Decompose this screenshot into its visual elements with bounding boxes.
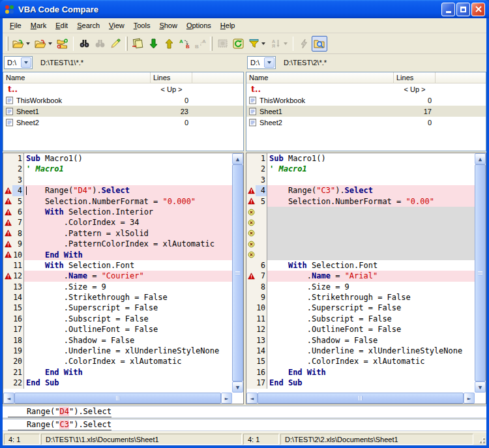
code-line[interactable]: 16 .Subscript = False xyxy=(3,314,232,324)
scrollbar-thumb[interactable] xyxy=(14,393,221,404)
open-left-dropdown-icon[interactable] xyxy=(26,42,30,45)
code-line[interactable] xyxy=(246,239,475,249)
menu-item-options[interactable]: Options xyxy=(182,20,216,31)
code-text[interactable]: ' Macro1 xyxy=(24,164,232,174)
code-text[interactable] xyxy=(267,250,475,260)
code-text[interactable]: .Subscript = False xyxy=(24,314,232,324)
list-item[interactable]: ThisWorkbook0 xyxy=(246,95,486,106)
column-header-lines[interactable]: Lines xyxy=(151,72,192,83)
code-line[interactable]: 13 .Size = 9 xyxy=(3,282,232,292)
compare-folders-button[interactable] xyxy=(55,36,70,52)
list-item[interactable]: Sheet123 xyxy=(3,106,243,117)
toolbar-grip[interactable] xyxy=(6,37,8,51)
code-line[interactable]: 3 xyxy=(3,175,232,185)
right-vertical-scrollbar[interactable]: ▲ ▼ xyxy=(475,153,486,393)
find-button[interactable] xyxy=(76,36,92,52)
menu-item-file[interactable]: File xyxy=(5,20,26,31)
scrollbar-thumb[interactable] xyxy=(258,393,464,404)
code-line[interactable]: 22End Sub xyxy=(3,378,232,388)
code-line[interactable]: 7 .Name = "Arial" xyxy=(246,271,475,281)
code-text[interactable]: .Subscript = False xyxy=(267,314,475,324)
column-header-lines[interactable]: Lines xyxy=(394,72,436,83)
filter-dropdown-icon[interactable] xyxy=(261,42,265,45)
right-horizontal-scrollbar[interactable]: ◄ ► xyxy=(246,393,475,404)
left-vertical-scrollbar[interactable]: ▲ ▼ xyxy=(232,153,243,393)
code-line[interactable]: 4 Range("D4").Select xyxy=(3,185,232,196)
code-line[interactable]: 9 .PatternColorIndex = xlAutomatic xyxy=(3,239,232,249)
left-horizontal-scrollbar[interactable]: ◄ ► xyxy=(3,393,232,404)
column-header-name[interactable]: Name xyxy=(246,72,394,83)
copy-a-to-b-button[interactable]: A B xyxy=(177,36,192,52)
code-line[interactable]: 14 .Underline = xlUnderlineStyleNone xyxy=(246,346,475,356)
code-line[interactable]: 4 Range("C3").Select xyxy=(246,185,475,196)
scroll-up-icon[interactable]: ▲ xyxy=(232,153,243,164)
edit-button[interactable] xyxy=(108,36,123,52)
column-header-name[interactable]: Name xyxy=(3,72,151,83)
open-left-folder-button[interactable] xyxy=(10,36,26,52)
code-line[interactable]: 10 End With xyxy=(3,250,232,260)
sort-dropdown-icon-disabled[interactable] xyxy=(284,42,288,45)
code-line[interactable]: 17End Sub xyxy=(246,378,475,388)
scroll-left-icon[interactable]: ◄ xyxy=(3,393,14,404)
code-line[interactable]: 20 .ColorIndex = xlAutomatic xyxy=(3,356,232,366)
menu-item-mark[interactable]: Mark xyxy=(26,20,51,31)
code-line[interactable]: 15 .ColorIndex = xlAutomatic xyxy=(246,356,475,366)
menu-item-view[interactable]: View xyxy=(104,20,129,31)
code-text[interactable]: End With xyxy=(24,250,232,260)
code-text[interactable]: .Shadow = False xyxy=(267,335,475,346)
find-next-button-disabled[interactable] xyxy=(92,36,108,52)
column-header-extra[interactable] xyxy=(192,72,243,83)
code-text[interactable]: .ColorIndex = xlAutomatic xyxy=(24,356,232,366)
code-text[interactable]: ' Macro1 xyxy=(267,164,475,174)
code-line[interactable]: 14 .Strikethrough = False xyxy=(3,292,232,303)
code-line[interactable]: 5 Selection.NumberFormat = "0.00" xyxy=(246,196,475,207)
code-line[interactable]: 10 .Superscript = False xyxy=(246,303,475,313)
code-line[interactable]: 11 With Selection.Font xyxy=(3,260,232,271)
right-code-rows[interactable]: 1Sub Macro1()2' Macro134 Range("C3").Sel… xyxy=(246,153,475,393)
list-item-up[interactable]: t..< Up > xyxy=(246,83,486,95)
scroll-left-icon[interactable]: ◄ xyxy=(246,393,258,404)
code-line[interactable]: 18 .Shadow = False xyxy=(3,335,232,346)
left-drive-select[interactable]: D:\ xyxy=(4,56,33,69)
scrollbar-thumb[interactable] xyxy=(475,164,486,381)
menu-item-show[interactable]: Show xyxy=(155,20,182,31)
code-text[interactable]: Range("D4").Select xyxy=(24,185,232,196)
code-text[interactable]: Sub Macro1() xyxy=(24,153,232,164)
compare-files-button[interactable] xyxy=(130,36,145,52)
list-item[interactable]: ThisWorkbook0 xyxy=(3,95,243,106)
code-line[interactable]: 13 .Shadow = False xyxy=(246,335,475,346)
code-line[interactable]: 16 End With xyxy=(246,367,475,378)
code-line[interactable]: 9 .Strikethrough = False xyxy=(246,292,475,303)
menu-item-help[interactable]: Help xyxy=(216,20,240,31)
code-text[interactable]: .Superscript = False xyxy=(24,303,232,313)
list-item[interactable]: Sheet117 xyxy=(246,106,486,117)
code-text[interactable]: With Selection.Font xyxy=(24,260,232,271)
code-text[interactable]: .Size = 9 xyxy=(24,282,232,292)
code-text[interactable]: With Selection.Interior xyxy=(24,207,232,217)
code-line[interactable]: 1Sub Macro1() xyxy=(246,153,475,164)
code-text[interactable]: .ColorIndex = xlAutomatic xyxy=(267,356,475,366)
code-text[interactable]: .PatternColorIndex = xlAutomatic xyxy=(24,239,232,249)
resize-grip[interactable] xyxy=(477,434,486,445)
code-line[interactable]: 5 Selection.NumberFormat = "0.000" xyxy=(3,196,232,207)
toolbar-grip[interactable] xyxy=(210,37,213,51)
code-text[interactable]: .Strikethrough = False xyxy=(24,292,232,303)
sort-button-disabled[interactable]: A Я xyxy=(268,36,284,52)
menu-item-tools[interactable]: Tools xyxy=(129,20,155,31)
code-text[interactable]: .Name = "Courier" xyxy=(24,271,232,281)
code-line[interactable]: 3 xyxy=(246,175,475,185)
code-text[interactable]: End With xyxy=(24,367,232,378)
menu-item-search[interactable]: Search xyxy=(72,20,104,31)
code-line[interactable] xyxy=(246,207,475,217)
refresh-button[interactable] xyxy=(230,36,246,52)
code-line[interactable] xyxy=(246,228,475,239)
code-text[interactable] xyxy=(267,207,475,217)
code-text[interactable]: End Sub xyxy=(24,378,232,388)
code-line[interactable]: 2' Macro1 xyxy=(246,164,475,174)
code-text[interactable]: Sub Macro1() xyxy=(267,153,475,164)
code-text[interactable]: .Strikethrough = False xyxy=(267,292,475,303)
browse-search-button[interactable] xyxy=(312,36,327,52)
open-right-dropdown-icon[interactable] xyxy=(48,42,52,45)
maximize-button[interactable] xyxy=(456,3,470,16)
code-text[interactable] xyxy=(267,228,475,239)
